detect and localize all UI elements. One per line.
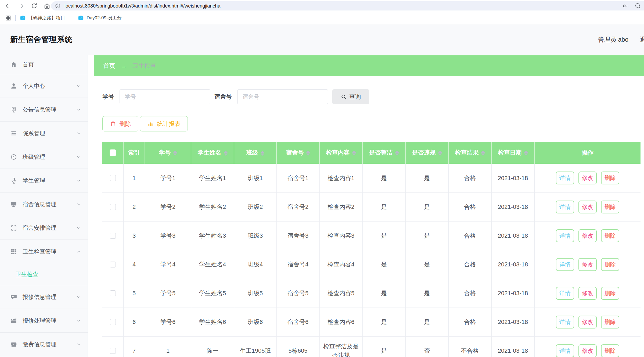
column-header[interactable]: 学生姓名	[191, 142, 234, 164]
dorm-no-input[interactable]	[237, 89, 328, 104]
chevron-down-icon	[76, 155, 81, 159]
delete-row-button[interactable]: 删除	[601, 344, 619, 357]
row-checkbox[interactable]	[110, 175, 116, 181]
app-header: 新生宿舍管理系统 管理员 abo 退出	[0, 24, 644, 55]
table-cell: 学号2	[145, 192, 191, 221]
chevron-down-icon	[76, 295, 81, 299]
report-button[interactable]: 统计报表	[140, 116, 188, 131]
home-icon[interactable]	[44, 2, 51, 9]
sort-caret-icon[interactable]	[261, 151, 264, 156]
column-header[interactable]: 检查结果	[448, 142, 491, 164]
row-actions-cell: 详情修改删除	[534, 221, 641, 250]
apps-grid-icon[interactable]	[5, 15, 11, 21]
breadcrumb-home-link[interactable]: 首页	[103, 62, 115, 70]
edit-button[interactable]: 修改	[578, 287, 597, 300]
delete-row-button[interactable]: 删除	[601, 229, 619, 242]
shop-icon	[10, 341, 17, 348]
zoom-icon[interactable]	[634, 2, 641, 9]
bookmark-item[interactable]: Day02-09-员工分...	[78, 15, 125, 21]
row-checkbox[interactable]	[110, 233, 116, 239]
forward-icon[interactable]	[18, 2, 25, 9]
column-header[interactable]: 是否违规	[405, 142, 448, 164]
student-id-input[interactable]	[120, 89, 210, 104]
row-checkbox[interactable]	[110, 204, 116, 210]
sidebar-item-label: 宿舍信息管理	[23, 201, 76, 208]
sidebar-item-dorm-info[interactable]: 宿舍信息管理	[0, 192, 88, 216]
detail-button[interactable]: 详情	[556, 172, 574, 184]
delete-row-button[interactable]: 删除	[601, 258, 619, 271]
table-cell: 宿舍号1	[276, 164, 319, 192]
browser-chrome: localhost:8080/springboot4b1w3/admin/dis…	[0, 0, 644, 24]
sidebar-item-hygiene[interactable]: 卫生检查管理	[0, 240, 88, 263]
current-user-label: 管理员 abo	[598, 35, 628, 44]
table-cell: 是	[405, 164, 448, 192]
edit-button[interactable]: 修改	[578, 201, 597, 213]
sidebar-item-profile[interactable]: 个人中心	[0, 74, 88, 98]
edit-button[interactable]: 修改	[578, 316, 597, 329]
sidebar-item-home[interactable]: 首页	[0, 55, 88, 74]
edit-button[interactable]: 修改	[578, 172, 597, 184]
bookmark-item[interactable]: 【码神之路】项目...	[20, 15, 69, 21]
sidebar-item-department[interactable]: 院系管理	[0, 122, 88, 145]
table-cell: 学生姓名6	[191, 308, 234, 336]
sort-caret-icon[interactable]	[438, 151, 442, 156]
sort-caret-icon[interactable]	[481, 151, 485, 156]
student-id-label: 学号	[102, 93, 114, 101]
column-header[interactable]: 是否整洁	[362, 142, 405, 164]
table-cell: 宿舍号5	[276, 279, 319, 308]
table-cell: 2021-03-18	[491, 336, 534, 357]
logout-link[interactable]: 退出	[640, 35, 644, 44]
sidebar-item-payment[interactable]: 缴费信息管理	[0, 333, 88, 356]
sort-caret-icon[interactable]	[395, 151, 399, 156]
sidebar: 首页个人中心公告信息管理院系管理班级管理学生管理宿舍信息管理宿舍安排管理卫生检查…	[0, 55, 88, 357]
sidebar-item-class[interactable]: 班级管理	[0, 145, 88, 169]
select-all-checkbox[interactable]	[110, 149, 116, 156]
reload-icon[interactable]	[31, 2, 38, 9]
detail-button[interactable]: 详情	[556, 258, 574, 271]
column-header[interactable]: 宿舍号	[276, 142, 319, 164]
detail-button[interactable]: 详情	[556, 229, 574, 242]
back-icon[interactable]	[5, 2, 12, 9]
search-button[interactable]: 查询	[332, 89, 369, 104]
row-checkbox[interactable]	[110, 290, 116, 296]
detail-button[interactable]: 详情	[556, 287, 574, 300]
column-header[interactable]: 检查日期	[491, 142, 534, 164]
delete-row-button[interactable]: 删除	[601, 201, 619, 213]
detail-button[interactable]: 详情	[556, 316, 574, 329]
sort-caret-icon[interactable]	[524, 151, 528, 156]
delete-row-button[interactable]: 删除	[601, 316, 619, 329]
password-key-icon[interactable]	[622, 2, 629, 9]
sort-caret-icon[interactable]	[352, 151, 356, 156]
edit-button[interactable]: 修改	[578, 344, 597, 357]
sidebar-subitem-hygiene-check[interactable]: 卫生检查	[0, 263, 88, 285]
sidebar-item-student[interactable]: 学生管理	[0, 169, 88, 192]
sidebar-item-announcement[interactable]: 公告信息管理	[0, 98, 88, 122]
sidebar-item-repair-info[interactable]: 报修信息管理	[0, 285, 88, 309]
table-cell: 否	[405, 336, 448, 357]
url-bar[interactable]: localhost:8080/springboot4b1w3/admin/dis…	[51, 1, 644, 10]
table-row: 6学号6学生姓名6班级6宿舍号6检查内容6是是合格2021-03-18详情修改删…	[102, 308, 641, 336]
sort-caret-icon[interactable]	[306, 151, 310, 156]
url-text[interactable]: localhost:8080/springboot4b1w3/admin/dis…	[64, 3, 220, 9]
table-cell: 2021-03-18	[491, 164, 534, 192]
delete-row-button[interactable]: 删除	[601, 287, 619, 300]
column-header[interactable]: 班级	[234, 142, 276, 164]
edit-button[interactable]: 修改	[578, 229, 597, 242]
sidebar-item-repair-process[interactable]: 报修处理管理	[0, 309, 88, 333]
delete-row-button[interactable]: 删除	[601, 172, 619, 184]
sidebar-item-dorm-assign[interactable]: 宿舍安排管理	[0, 216, 88, 240]
sort-caret-icon[interactable]	[173, 151, 177, 156]
detail-button[interactable]: 详情	[556, 201, 574, 213]
sort-caret-icon[interactable]	[224, 151, 228, 156]
row-checkbox[interactable]	[110, 262, 116, 267]
column-header[interactable]: 检查内容	[319, 142, 362, 164]
detail-button[interactable]: 详情	[556, 344, 574, 357]
column-header[interactable]: 学号	[145, 142, 191, 164]
edit-button[interactable]: 修改	[578, 258, 597, 271]
row-checkbox[interactable]	[110, 319, 116, 325]
monitor-icon	[10, 201, 17, 208]
delete-button[interactable]: 删除	[102, 116, 138, 131]
row-checkbox[interactable]	[110, 348, 116, 354]
table-cell: 检查整洁及是否违规	[319, 336, 362, 357]
page-info-icon[interactable]	[55, 3, 61, 9]
